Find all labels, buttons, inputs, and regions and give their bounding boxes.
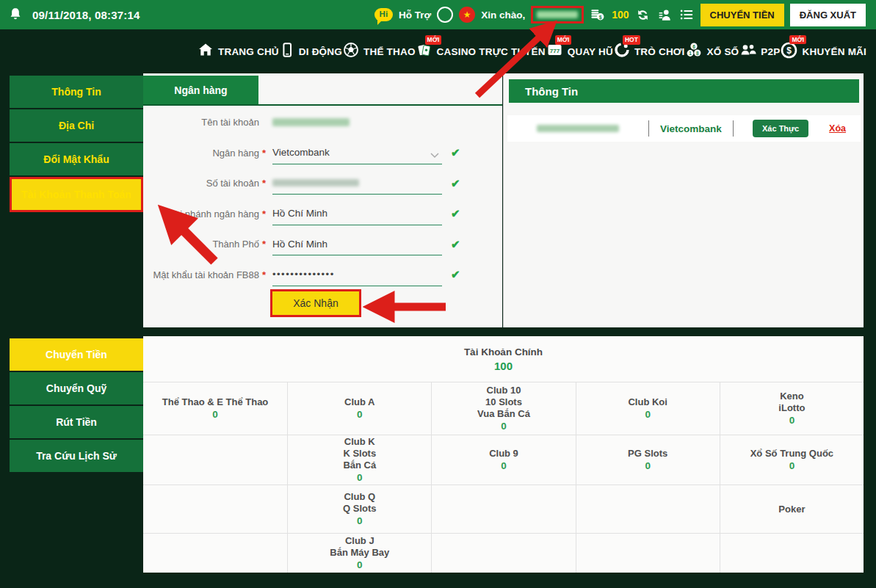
verified-check-icon: ✔ [451, 177, 460, 190]
wallet-cell [431, 484, 575, 533]
tab-ngan-hang[interactable]: Ngân hàng [143, 76, 258, 104]
nav-item-lottery[interactable]: 618 XỔ SỐ [685, 41, 739, 62]
tab-underline [143, 104, 502, 106]
sidebar-item-rut-tien[interactable]: Rút Tiền [10, 406, 143, 438]
lottery-icon: 618 [685, 41, 703, 62]
list-icon[interactable] [678, 7, 695, 23]
soccer-icon [342, 41, 360, 62]
verified-check-icon: ✔ [451, 268, 460, 281]
circle-icon[interactable] [437, 7, 453, 23]
wallet-table: Tài Khoản Chính 100 Thể Thao & E Thể Tha… [143, 336, 864, 573]
wallet-cell [143, 533, 287, 573]
wallet-menu: Chuyển Tiền Chuyển Quỹ Rút Tiền Tra Cứu … [10, 338, 143, 473]
wallet-cell: Club KK SlotsBắn Cá0 [287, 435, 431, 484]
chevron-down-icon [430, 150, 439, 161]
account-icon[interactable] [656, 7, 673, 23]
redacted-blob [537, 125, 619, 132]
home-icon [197, 41, 214, 62]
wallet-cell [720, 533, 864, 573]
field-password: Mật khẩu tài khoản FB88 * ••••••••••••••… [143, 260, 502, 291]
nav-item-sports[interactable]: THỂ THAO [342, 41, 416, 62]
confirm-button[interactable]: Xác Nhận [270, 289, 361, 317]
verified-check-icon: ✔ [451, 207, 460, 220]
coins-icon[interactable]: $ [590, 7, 606, 23]
wallet-cell [143, 435, 287, 484]
logout-button[interactable]: ĐĂNG XUẤT [790, 4, 866, 26]
sidebar-item-chuyen-tien[interactable]: Chuyển Tiền [10, 338, 143, 371]
nav-item-promo[interactable]: MỚI $ KHUYẾN MÃI [780, 41, 866, 62]
delete-link[interactable]: Xóa [829, 123, 846, 134]
chat-support-icon[interactable]: Hi [374, 8, 394, 21]
new-badge: MỚI [789, 35, 806, 45]
info-panel-title: Thông Tin [509, 79, 859, 103]
svg-text:777: 777 [550, 48, 560, 54]
svg-text:8: 8 [696, 50, 699, 55]
bell-icon[interactable] [7, 7, 23, 23]
new-badge: MỚI [425, 35, 442, 45]
sidebar-item-thong-tin[interactable]: Thông Tin [10, 76, 143, 108]
sidebar-item-chuyen-quy[interactable]: Chuyển Quỹ [10, 372, 143, 404]
bank-name: Vietcombank [649, 123, 733, 134]
topbar-right: Hi Hỗ Trợ ★ Xin chào, $ 100 CHUYỂN TIỀN … [374, 4, 866, 26]
account-number-input[interactable] [272, 172, 442, 195]
verify-button[interactable]: Xác Thực [753, 120, 808, 137]
redacted-blob [537, 11, 578, 18]
nav-item-home[interactable]: TRANG CHỦ [197, 41, 279, 62]
field-bank: Ngân hàng * Vietcombank ✔ [143, 138, 502, 169]
support-link[interactable]: Hỗ Trợ [399, 10, 431, 21]
nav-item-p2p[interactable]: P2P [739, 41, 780, 62]
wallet-cell: Poker [720, 484, 864, 533]
bank-info-panel: Thông Tin Vietcombank Xác Thực Xóa [503, 73, 864, 327]
refresh-icon[interactable] [635, 7, 651, 23]
svg-text:1: 1 [689, 51, 692, 56]
main-account: Tài Khoản Chính 100 [143, 336, 864, 382]
main-account-label: Tài Khoản Chính [464, 346, 543, 357]
sidebar-item-doi-mat-khau[interactable]: Đổi Mật Khẩu [10, 143, 143, 175]
mobile-icon [279, 41, 295, 62]
main-account-value: 100 [494, 360, 513, 372]
verified-check-icon: ✔ [451, 146, 460, 159]
redacted-blob [272, 118, 350, 126]
field-city: Thành Phố * Hồ Chí Minh ✔ [143, 229, 502, 260]
wallet-cell: Club Koi0 [576, 382, 720, 435]
wallet-cell [143, 484, 287, 533]
username-redacted[interactable] [531, 6, 584, 23]
new-badge: MỚI [555, 35, 572, 45]
wallet-cell: KenoiLotto0 [720, 382, 864, 435]
verified-check-icon: ✔ [451, 238, 460, 251]
wallet-cell: Club QQ Slots0 [287, 484, 431, 533]
wallet-cell: Club 1010 SlotsVua Bắn Cá0 [431, 382, 575, 435]
nav-item-games[interactable]: HOT TRÒ CHƠI [613, 41, 685, 62]
nav-item-mobile[interactable]: DI ĐỘNG [279, 41, 342, 62]
wallet-grid: Thể Thao & E Thể Thao0 Club A0 Club 1010… [143, 382, 864, 573]
balance-value: 100 [612, 9, 629, 21]
password-input[interactable]: •••••••••••••• [272, 264, 442, 286]
datetime: 09/11/2018, 08:37:14 [32, 9, 140, 21]
profile-menu: Thông Tin Địa Chỉ Đổi Mật Khẩu Tài Khoản… [10, 76, 143, 214]
svg-text:$: $ [787, 46, 792, 56]
wallet-cell: Club A0 [287, 382, 431, 435]
main-nav: TRANG CHỦ DI ĐỘNG THỂ THAO MỚI CASINO TR… [197, 29, 866, 73]
wallet-cell [576, 484, 720, 533]
city-input[interactable]: Hồ Chí Minh [272, 233, 442, 255]
hot-badge: HOT [623, 35, 640, 45]
greeting-label: Xin chào, [481, 10, 525, 21]
transfer-money-button[interactable]: CHUYỂN TIỀN [701, 4, 784, 26]
vietnam-star-icon[interactable]: ★ [459, 7, 475, 23]
branch-input[interactable]: Hồ Chí Minh [272, 203, 442, 225]
wallet-cell: Thể Thao & E Thể Thao0 [143, 382, 287, 435]
bank-form-panel: Ngân hàng Tên tài khoản Ngân hàng * Viet… [143, 73, 502, 327]
bank-select[interactable]: Vietcombank [272, 142, 442, 164]
sidebar-item-tra-cuu-lich-su[interactable]: Tra Cứu Lịch Sử [10, 440, 143, 472]
wallet-cell: Club 90 [431, 435, 575, 484]
account-number-redacted [507, 125, 648, 132]
sidebar-item-tai-khoan-thanh-toan[interactable]: Tài Khoản Thanh Toán [10, 177, 143, 212]
redacted-blob [272, 179, 359, 186]
nav-item-slots[interactable]: MỚI 777 QUAY HŨ [546, 41, 613, 62]
wallet-cell [431, 533, 575, 573]
bank-form-rows: Tên tài khoản Ngân hàng * Vietcombank ✔ … [143, 107, 502, 290]
divider [733, 120, 734, 137]
sidebar-item-dia-chi[interactable]: Địa Chỉ [10, 109, 143, 142]
field-account-number: Số tài khoản * ✔ [143, 168, 502, 199]
nav-item-casino[interactable]: MỚI CASINO TRỰC TUYẾN [416, 41, 546, 62]
